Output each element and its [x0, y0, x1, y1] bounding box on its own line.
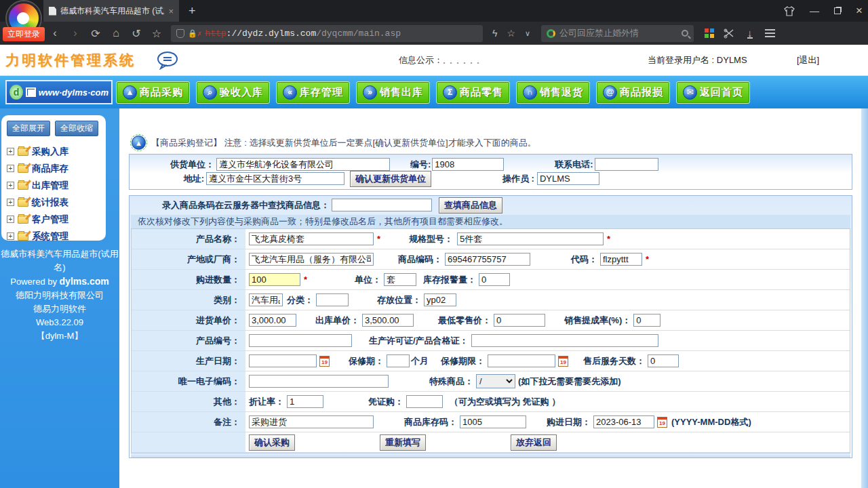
- minimize-icon[interactable]: —: [810, 5, 819, 16]
- license-input[interactable]: [471, 334, 658, 347]
- code-input[interactable]: [600, 253, 642, 266]
- sidebar-item-stock[interactable]: +商品库存: [7, 160, 106, 177]
- buy-date-input[interactable]: [593, 415, 654, 428]
- qty-input[interactable]: [249, 273, 300, 286]
- chevron-down-icon[interactable]: ∨: [525, 29, 530, 38]
- expand-all-button[interactable]: 全部展开: [7, 121, 50, 136]
- bookmark-star-icon[interactable]: ☆: [146, 27, 167, 40]
- expand-plus-icon[interactable]: +: [7, 165, 14, 172]
- unit-input[interactable]: [384, 273, 416, 286]
- dylms-link[interactable]: dylms.com: [60, 276, 109, 287]
- min-retail-input[interactable]: [494, 314, 545, 327]
- nav-button-returns[interactable]: ∩销售退货: [517, 82, 589, 103]
- voucher-input[interactable]: [406, 395, 443, 408]
- after-days-input[interactable]: [648, 354, 679, 367]
- sidebar-item-outbound[interactable]: +出库管理: [7, 177, 106, 194]
- purchase-price-input[interactable]: [249, 314, 296, 327]
- nav-button-purchase[interactable]: ▲商品采购: [117, 82, 189, 103]
- apps-grid-icon[interactable]: [705, 28, 714, 38]
- lightning-icon[interactable]: ϟ: [492, 28, 497, 39]
- search-input[interactable]: 公司回应禁止婚外情: [559, 27, 677, 39]
- sidebar-item-purchase-in[interactable]: +采购入库: [7, 143, 106, 160]
- warranty-limit-input[interactable]: [488, 354, 555, 367]
- skin-theme-icon[interactable]: [784, 6, 795, 16]
- qr-code-icon: [26, 87, 36, 97]
- barcode-input[interactable]: [332, 199, 432, 211]
- login-now-badge[interactable]: 立即登录: [3, 27, 45, 41]
- remark-input[interactable]: [249, 415, 374, 428]
- phone-input[interactable]: [595, 158, 658, 171]
- stock-alert-input[interactable]: [479, 273, 510, 286]
- special-goods-select[interactable]: /: [476, 374, 515, 388]
- search-icon[interactable]: [682, 30, 688, 37]
- download-icon[interactable]: ↓: [747, 28, 753, 39]
- forward-icon[interactable]: ›: [65, 27, 85, 39]
- menu-icon[interactable]: [765, 29, 775, 37]
- product-no-input[interactable]: [249, 334, 352, 347]
- out-price-input[interactable]: [362, 314, 414, 327]
- tab-close-icon[interactable]: ×: [168, 6, 174, 16]
- warranty-input[interactable]: [387, 354, 410, 367]
- spec-input[interactable]: [457, 232, 604, 245]
- address-input[interactable]: [206, 172, 344, 185]
- tab-title: 德威市科美汽车用品超市 (试用: [60, 5, 164, 17]
- cancel-return-button[interactable]: 放弃返回: [511, 434, 557, 451]
- location-input[interactable]: [424, 293, 456, 306]
- sidebar-item-system[interactable]: +系统管理: [7, 228, 106, 245]
- back-icon[interactable]: ‹: [45, 27, 65, 39]
- logout-link[interactable]: [退出]: [797, 54, 819, 66]
- browser-logo[interactable]: 立即登录: [3, 1, 45, 42]
- new-tab-button[interactable]: +: [189, 4, 196, 18]
- special-note: (如下拉无需要需要先添加): [518, 375, 621, 388]
- subcategory-input[interactable]: [316, 293, 349, 306]
- undo-icon[interactable]: ↺: [126, 27, 146, 40]
- search-box[interactable]: 公司回应禁止婚外情: [541, 25, 694, 42]
- reload-icon[interactable]: ⟳: [85, 27, 106, 40]
- dylms-site-badge[interactable]: d www·dylms·com: [5, 80, 113, 104]
- address-bar[interactable]: 🔒✗ http://dydz.dylms.com/dyqcmm/main.asp: [171, 25, 483, 42]
- expand-plus-icon[interactable]: +: [7, 232, 14, 240]
- confirm-update-supplier-button[interactable]: 确认更新供货单位: [350, 171, 431, 187]
- operator-input[interactable]: [537, 172, 599, 185]
- sidebar-item-reports[interactable]: +统计报表: [7, 194, 106, 211]
- nav-button-damage[interactable]: @商品报损: [597, 82, 669, 103]
- commission-input[interactable]: [633, 314, 660, 327]
- favorite-star-icon[interactable]: ☆: [507, 28, 515, 39]
- expand-plus-icon[interactable]: +: [7, 182, 14, 189]
- supplier-no-input[interactable]: [432, 158, 504, 171]
- sigma-icon: Σ: [443, 85, 457, 100]
- browser-toolbar: ‹ › ⟳ ⌂ ↺ ☆ 🔒✗ http://dydz.dylms.com/dyq…: [0, 22, 868, 45]
- product-code-input[interactable]: [445, 253, 530, 266]
- calendar-icon[interactable]: 19: [319, 356, 330, 367]
- home-icon[interactable]: ⌂: [106, 27, 126, 39]
- maximize-icon[interactable]: [834, 7, 841, 14]
- sidebar-item-customers[interactable]: +客户管理: [7, 211, 106, 228]
- calendar-icon[interactable]: 19: [558, 356, 568, 367]
- scissors-icon[interactable]: [724, 28, 735, 39]
- nav-button-retail[interactable]: Σ商品零售: [437, 82, 509, 103]
- category-label: 类别：: [132, 290, 245, 310]
- nav-button-sales-out[interactable]: »销售出库: [357, 82, 429, 103]
- collapse-all-button[interactable]: 全部收缩: [55, 121, 98, 136]
- expand-plus-icon[interactable]: +: [7, 148, 14, 155]
- expand-plus-icon[interactable]: +: [7, 216, 14, 223]
- unique-code-input[interactable]: [249, 375, 389, 388]
- calendar-icon[interactable]: 19: [657, 417, 667, 428]
- nav-button-inventory[interactable]: «库存管理: [277, 82, 349, 103]
- close-window-icon[interactable]: ×: [856, 4, 863, 18]
- expand-plus-icon[interactable]: +: [7, 199, 14, 206]
- browser-tab[interactable]: 德威市科美汽车用品超市 (试用 ×: [43, 0, 179, 22]
- nav-button-acceptance[interactable]: ⌕验收入库: [197, 82, 269, 103]
- product-name-input[interactable]: [249, 232, 374, 245]
- discount-input[interactable]: [287, 395, 323, 408]
- lookup-product-button[interactable]: 查填商品信息: [439, 197, 502, 214]
- refill-button[interactable]: 重新填写: [380, 434, 426, 451]
- supplier-name-input[interactable]: [216, 158, 390, 171]
- manufacturer-input[interactable]: [249, 253, 374, 266]
- prod-date-input[interactable]: [249, 354, 317, 367]
- info-note: 依次核对修改下列内容使与采购商品一致；特别是修改品名后，其他所有项目都需要相应修…: [131, 215, 850, 228]
- stock-code-input[interactable]: [460, 415, 526, 428]
- category-input[interactable]: [249, 293, 283, 306]
- confirm-purchase-button[interactable]: 确认采购: [249, 434, 295, 451]
- nav-button-home[interactable]: ✉返回首页: [677, 82, 749, 103]
